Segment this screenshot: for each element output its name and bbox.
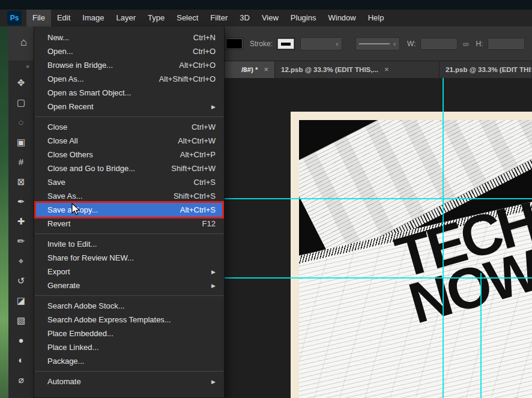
menu-separator <box>35 116 223 117</box>
menu-select[interactable]: Select <box>171 10 204 26</box>
menu-item-save-as[interactable]: Save As...Shift+Ctrl+S <box>34 189 224 203</box>
menu-edit[interactable]: Edit <box>51 10 76 26</box>
brush-tool[interactable]: ✏ <box>8 231 34 251</box>
menu-item-browse-in-bridge[interactable]: Browse in Bridge...Alt+Ctrl+O <box>34 58 224 72</box>
menu-item-save[interactable]: SaveCtrl+S <box>34 175 224 189</box>
menu-item-new[interactable]: New...Ctrl+N <box>34 31 224 44</box>
menu-type[interactable]: Type <box>142 10 171 26</box>
menu-item-close-and-go-to-bridge[interactable]: Close and Go to Bridge...Shift+Ctrl+W <box>34 161 224 175</box>
menu-item-label: Open As... <box>47 74 159 83</box>
eraser-tool[interactable]: ◪ <box>8 291 34 310</box>
menu-help[interactable]: Help <box>362 10 390 26</box>
menu-item-shortcut: Alt+Ctrl+W <box>178 136 216 145</box>
menu-item-shortcut: Alt+Shift+Ctrl+O <box>159 74 216 83</box>
guide-vertical-2[interactable] <box>480 273 482 398</box>
menu-item-label: Revert <box>47 219 202 228</box>
width-input[interactable] <box>420 38 458 50</box>
menu-separator <box>35 371 223 372</box>
file-menu-dropdown: New...Ctrl+NOpen...Ctrl+OBrowse in Bridg… <box>34 26 225 398</box>
object-selection-tool[interactable]: ▣ <box>8 132 34 152</box>
menu-item-label: Share for Review NEW... <box>47 253 216 262</box>
menu-image[interactable]: Image <box>76 10 110 26</box>
menu-item-label: Close Others <box>47 150 180 159</box>
menu-item-share-for-review-new[interactable]: Share for Review NEW... <box>34 251 224 265</box>
menu-filter[interactable]: Filter <box>204 10 234 26</box>
menu-item-close-others[interactable]: Close OthersAlt+Ctrl+P <box>34 148 224 161</box>
menu-item-place-embedded[interactable]: Place Embedded... <box>34 327 224 340</box>
menu-plugins[interactable]: Plugins <box>285 10 322 26</box>
toolbar-expand-button[interactable]: » <box>22 61 34 73</box>
menu-item-label: Save As... <box>47 191 174 201</box>
menu-layer[interactable]: Layer <box>110 10 142 26</box>
tab-close-icon[interactable]: × <box>264 65 268 74</box>
menu-item-label: Close and Go to Bridge... <box>47 164 171 173</box>
guide-vertical-1[interactable] <box>443 78 444 398</box>
menu-item-label: Package... <box>47 357 216 366</box>
menu-item-open-as[interactable]: Open As...Alt+Shift+Ctrl+O <box>34 72 224 86</box>
healing-brush-tool[interactable]: ✚ <box>8 211 34 231</box>
tab-close-icon[interactable]: × <box>384 65 389 74</box>
menu-item-open-recent[interactable]: Open Recent▶ <box>34 100 224 113</box>
stroke-type-select[interactable]: ∨ <box>355 37 400 50</box>
menu-item-label: Open Recent <box>47 102 211 111</box>
menu-item-search-adobe-express-templates[interactable]: Search Adobe Express Templates... <box>34 313 224 327</box>
menu-item-shortcut: F12 <box>202 219 216 228</box>
gradient-tool[interactable]: ▧ <box>8 310 34 330</box>
history-brush-tool[interactable]: ↺ <box>8 271 34 291</box>
crop-tool[interactable]: # <box>8 152 34 172</box>
menu-item-automate[interactable]: Automate▶ <box>34 375 224 388</box>
toolbar: » ✥▢◌▣#⊠✒✚✏⌖↺◪▧●◐⌀ <box>8 61 34 398</box>
dodge-tool[interactable]: ◐ <box>8 350 34 370</box>
tool-options-controls: Stroke: ∨ ∨ W: ∞ H: <box>226 37 525 50</box>
menu-item-label: Invite to Edit... <box>47 240 216 249</box>
submenu-arrow-icon: ▶ <box>211 269 216 275</box>
blur-tool[interactable]: ● <box>8 330 34 350</box>
toolbar-tools: ✥▢◌▣#⊠✒✚✏⌖↺◪▧●◐⌀ <box>8 73 34 390</box>
menu-item-close[interactable]: CloseCtrl+W <box>34 120 224 134</box>
document-tab-2[interactable]: 12.psb @ 33.3% (EDIT THIS,...× <box>275 61 440 78</box>
menu-item-shortcut: Ctrl+O <box>193 47 216 56</box>
menu-item-label: Save <box>47 178 194 187</box>
menu-3d[interactable]: 3D <box>234 10 256 26</box>
frame-tool[interactable]: ⊠ <box>8 172 34 191</box>
menu-item-label: Open as Smart Object... <box>47 88 216 97</box>
menu-item-label: Close <box>47 122 192 131</box>
photoshop-logo-icon: Ps <box>7 11 22 25</box>
menu-item-label: Generate <box>47 281 211 290</box>
tab-label: 12.psb @ 33.3% (EDIT THIS,... <box>281 66 378 73</box>
menu-item-open[interactable]: Open...Ctrl+O <box>34 44 224 58</box>
menu-item-invite-to-edit[interactable]: Invite to Edit... <box>34 237 224 251</box>
menu-window[interactable]: Window <box>322 10 361 26</box>
menu-item-close-all[interactable]: Close AllAlt+Ctrl+W <box>34 134 224 148</box>
eyedropper-tool[interactable]: ✒ <box>8 191 34 211</box>
clone-stamp-tool[interactable]: ⌖ <box>8 251 34 271</box>
stroke-swatch[interactable] <box>277 38 294 49</box>
menu-item-place-linked[interactable]: Place Linked... <box>34 340 224 354</box>
menu-item-export[interactable]: Export▶ <box>34 265 224 279</box>
menu-item-shortcut: Alt+Ctrl+P <box>180 150 216 159</box>
stroke-width-select[interactable]: ∨ <box>300 37 342 50</box>
document-tab-3[interactable]: 21.psb @ 33.3% (EDIT THIS <box>440 61 532 78</box>
menu-item-open-as-smart-object[interactable]: Open as Smart Object... <box>34 86 224 100</box>
marquee-tool[interactable]: ▢ <box>8 92 34 112</box>
pen-tool[interactable]: ⌀ <box>8 370 34 390</box>
submenu-arrow-icon: ▶ <box>211 379 216 385</box>
chevron-down-icon: ∨ <box>393 41 396 47</box>
home-icon[interactable]: ⌂ <box>20 36 27 49</box>
menu-item-revert[interactable]: RevertF12 <box>34 217 224 231</box>
menu-item-generate[interactable]: Generate▶ <box>34 279 224 292</box>
menu-item-package[interactable]: Package... <box>34 354 224 368</box>
move-tool[interactable]: ✥ <box>8 73 34 92</box>
tab-label: /8#) * <box>241 66 258 73</box>
lasso-tool[interactable]: ◌ <box>8 112 34 132</box>
menu-item-label: Close All <box>47 136 178 145</box>
menu-item-save-a-copy[interactable]: Save a Copy...Alt+Ctrl+S <box>34 203 224 217</box>
menu-view[interactable]: View <box>256 10 285 26</box>
fill-swatch[interactable] <box>226 38 243 49</box>
menu-item-label: Automate <box>47 377 211 386</box>
link-dimensions-icon[interactable]: ∞ <box>462 39 468 49</box>
height-input[interactable] <box>488 38 525 50</box>
tab-label: 21.psb @ 33.3% (EDIT THIS <box>446 66 532 73</box>
menu-file[interactable]: File <box>26 10 51 26</box>
menu-item-search-adobe-stock[interactable]: Search Adobe Stock... <box>34 299 224 313</box>
